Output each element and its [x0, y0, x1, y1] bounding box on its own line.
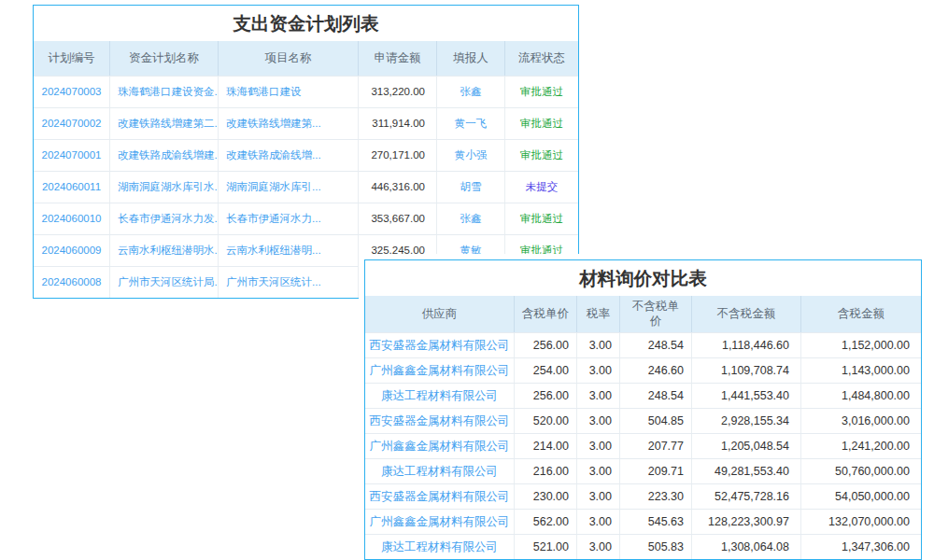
cell-price-incl-tax: 562.00 [515, 510, 577, 534]
cell-amount-excl-tax: 1,308,064.08 [692, 535, 801, 559]
cell-amount: 311,914.00 [359, 108, 437, 139]
cell-fund-plan-name[interactable]: 改建铁路线增建第二... [110, 108, 219, 139]
cell-amount-excl-tax: 1,118,446.60 [692, 333, 801, 357]
cell-reporter[interactable]: 黄小强 [437, 140, 505, 171]
cell-tax-rate: 3.00 [577, 510, 620, 534]
cell-amount-incl-tax: 1,143,000.00 [801, 358, 921, 383]
cell-project-name[interactable]: 广州市天河区统计... [219, 267, 359, 298]
cell-plan-id[interactable]: 2024070003 [34, 77, 110, 107]
cell-price-incl-tax: 216.00 [515, 459, 577, 483]
header-amount-excl-tax: 不含税金额 [692, 296, 801, 332]
cell-supplier[interactable]: 康达工程材料有限公司 [365, 384, 515, 408]
cell-tax-rate: 3.00 [577, 535, 620, 559]
cell-fund-plan-name[interactable]: 长春市伊通河水力发... [110, 203, 219, 234]
cell-tax-rate: 3.00 [577, 484, 620, 509]
status-badge: 审批通过 [505, 140, 578, 171]
cell-project-name[interactable]: 珠海鹤港口建设 [219, 77, 359, 107]
header-fund-plan-name: 资金计划名称 [110, 41, 219, 76]
cell-amount-incl-tax: 1,484,800.00 [801, 384, 921, 408]
cell-tax-rate: 3.00 [577, 434, 620, 458]
cell-amount-excl-tax: 1,441,553.40 [692, 384, 801, 408]
cell-plan-id[interactable]: 2024060008 [34, 267, 110, 298]
table-row: 广州鑫鑫金属材料有限公司 254.00 3.00 246.60 1,109,70… [365, 357, 921, 383]
cell-price-excl-tax: 545.63 [620, 510, 692, 534]
cell-price-incl-tax: 254.00 [515, 358, 577, 383]
table-row: 西安盛器金属材料有限公司 256.00 3.00 248.54 1,118,44… [365, 332, 921, 357]
cell-reporter[interactable]: 张鑫 [437, 203, 505, 234]
cell-amount-excl-tax: 52,475,728.16 [692, 484, 801, 509]
table-row: 康达工程材料有限公司 256.00 3.00 248.54 1,441,553.… [365, 383, 921, 408]
table-row: 2024060011 湖南洞庭湖水库引水... 湖南洞庭湖水库引... 446,… [34, 171, 578, 203]
cell-project-name[interactable]: 改建铁路成渝线增... [219, 140, 359, 171]
header-price-excl-tax: 不含税单价 [620, 296, 692, 332]
cell-amount-incl-tax: 3,016,000.00 [801, 409, 921, 433]
cell-plan-id[interactable]: 2024070002 [34, 108, 110, 139]
cell-amount-incl-tax: 54,050,000.00 [801, 484, 921, 509]
cell-amount-incl-tax: 50,760,000.00 [801, 459, 921, 483]
cell-project-name[interactable]: 长春市伊通河水力... [219, 203, 359, 234]
status-badge: 审批通过 [505, 203, 578, 234]
cell-project-name[interactable]: 湖南洞庭湖水库引... [219, 172, 359, 203]
cell-fund-plan-name[interactable]: 广州市天河区统计局... [110, 267, 219, 298]
cell-amount: 446,316.00 [359, 172, 437, 203]
cell-supplier[interactable]: 西安盛器金属材料有限公司 [365, 409, 515, 433]
cell-price-excl-tax: 246.60 [620, 358, 692, 383]
cell-plan-id[interactable]: 2024060010 [34, 203, 110, 234]
cell-price-excl-tax: 209.71 [620, 459, 692, 483]
expenditure-plan-title: 支出资金计划列表 [34, 6, 578, 41]
cell-supplier[interactable]: 广州鑫鑫金属材料有限公司 [365, 358, 515, 383]
table-row: 康达工程材料有限公司 216.00 3.00 209.71 49,281,553… [365, 458, 921, 483]
cell-supplier[interactable]: 康达工程材料有限公司 [365, 459, 515, 483]
header-supplier: 供应商 [365, 296, 515, 332]
cell-fund-plan-name[interactable]: 云南水利枢纽潜明水... [110, 235, 219, 266]
cell-price-excl-tax: 248.54 [620, 333, 692, 357]
cell-plan-id[interactable]: 2024060009 [34, 235, 110, 266]
header-project-name: 项目名称 [219, 41, 359, 76]
material-quote-panel: 材料询价对比表 供应商 含税单价 税率 不含税单价 不含税金额 含税金额 西安盛… [364, 259, 922, 560]
cell-amount-excl-tax: 49,281,553.40 [692, 459, 801, 483]
cell-supplier[interactable]: 西安盛器金属材料有限公司 [365, 484, 515, 509]
cell-tax-rate: 3.00 [577, 384, 620, 408]
cell-reporter[interactable]: 黄一飞 [437, 108, 505, 139]
header-amount-incl-tax: 含税金额 [801, 296, 921, 332]
cell-supplier[interactable]: 广州鑫鑫金属材料有限公司 [365, 510, 515, 534]
cell-plan-id[interactable]: 2024060011 [34, 172, 110, 203]
table-row: 2024070003 珠海鹤港口建设资金... 珠海鹤港口建设 313,220.… [34, 76, 578, 107]
cell-project-name[interactable]: 改建铁路线增建第... [219, 108, 359, 139]
cell-amount-incl-tax: 1,241,200.00 [801, 434, 921, 458]
cell-project-name[interactable]: 云南水利枢纽潜明... [219, 235, 359, 266]
cell-price-excl-tax: 505.83 [620, 535, 692, 559]
cell-price-excl-tax: 504.85 [620, 409, 692, 433]
header-reporter: 填报人 [437, 41, 505, 76]
cell-supplier[interactable]: 康达工程材料有限公司 [365, 535, 515, 559]
cell-tax-rate: 3.00 [577, 409, 620, 433]
status-badge: 未提交 [505, 172, 578, 203]
cell-supplier[interactable]: 西安盛器金属材料有限公司 [365, 333, 515, 357]
table-row: 西安盛器金属材料有限公司 230.00 3.00 223.30 52,475,7… [365, 483, 921, 509]
cell-fund-plan-name[interactable]: 湖南洞庭湖水库引水... [110, 172, 219, 203]
expenditure-plan-header-row: 计划编号 资金计划名称 项目名称 申请金额 填报人 流程状态 [34, 41, 578, 76]
table-row: 2024060010 长春市伊通河水力发... 长春市伊通河水力... 353,… [34, 203, 578, 234]
cell-reporter[interactable]: 胡雪 [437, 172, 505, 203]
cell-fund-plan-name[interactable]: 珠海鹤港口建设资金... [110, 77, 219, 107]
cell-reporter[interactable]: 张鑫 [437, 77, 505, 107]
cell-price-excl-tax: 248.54 [620, 384, 692, 408]
cell-price-incl-tax: 521.00 [515, 535, 577, 559]
cell-price-incl-tax: 256.00 [515, 384, 577, 408]
table-row: 康达工程材料有限公司 521.00 3.00 505.83 1,308,064.… [365, 534, 921, 559]
header-price-incl-tax: 含税单价 [515, 296, 577, 332]
cell-amount-incl-tax: 1,347,306.00 [801, 535, 921, 559]
cell-plan-id[interactable]: 2024070001 [34, 140, 110, 171]
cell-amount: 270,171.00 [359, 140, 437, 171]
status-badge: 审批通过 [505, 108, 578, 139]
status-badge: 审批通过 [505, 77, 578, 107]
table-row: 2024070001 改建铁路成渝线增建... 改建铁路成渝线增... 270,… [34, 139, 578, 171]
cell-supplier[interactable]: 广州鑫鑫金属材料有限公司 [365, 434, 515, 458]
material-quote-title: 材料询价对比表 [365, 260, 921, 296]
cell-amount: 313,220.00 [359, 77, 437, 107]
cell-fund-plan-name[interactable]: 改建铁路成渝线增建... [110, 140, 219, 171]
cell-amount-incl-tax: 132,070,000.00 [801, 510, 921, 534]
header-tax-rate: 税率 [577, 296, 620, 332]
cell-tax-rate: 3.00 [577, 333, 620, 357]
cell-tax-rate: 3.00 [577, 358, 620, 383]
